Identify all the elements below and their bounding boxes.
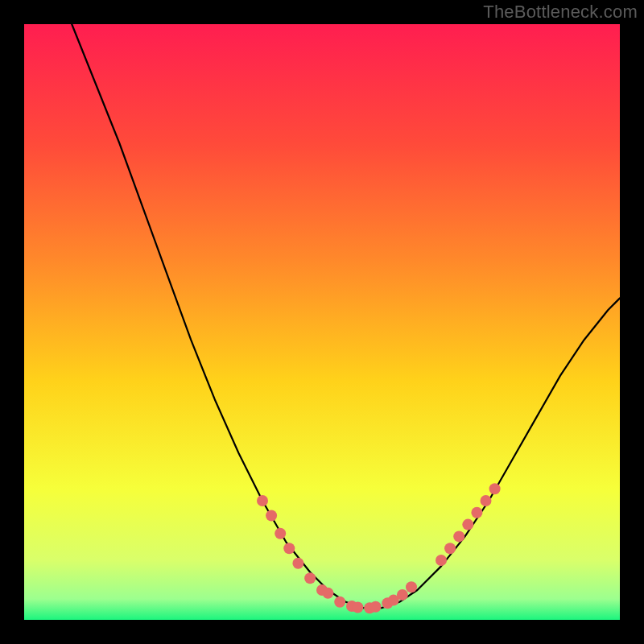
marker-dot bbox=[352, 602, 363, 613]
marker-dot bbox=[489, 483, 501, 494]
marker-dot bbox=[304, 572, 316, 584]
marker-dot bbox=[453, 530, 464, 542]
marker-dot bbox=[266, 510, 277, 522]
bottleneck-chart bbox=[0, 0, 644, 644]
marker-dot bbox=[322, 588, 333, 599]
marker-dot bbox=[462, 519, 473, 530]
marker-dot bbox=[283, 543, 295, 554]
marker-dot bbox=[406, 581, 417, 592]
marker-dot bbox=[292, 558, 303, 569]
chart-frame: TheBottleneck.com bbox=[0, 0, 644, 644]
marker-dot bbox=[275, 528, 286, 539]
marker-dot bbox=[370, 601, 382, 613]
marker-dot bbox=[444, 543, 456, 554]
marker-dot bbox=[397, 589, 408, 601]
marker-dot bbox=[481, 495, 492, 506]
marker-dot bbox=[471, 507, 482, 518]
plot-background bbox=[24, 24, 620, 620]
marker-dot bbox=[257, 495, 268, 506]
marker-dot bbox=[436, 555, 447, 566]
marker-dot bbox=[334, 597, 345, 608]
